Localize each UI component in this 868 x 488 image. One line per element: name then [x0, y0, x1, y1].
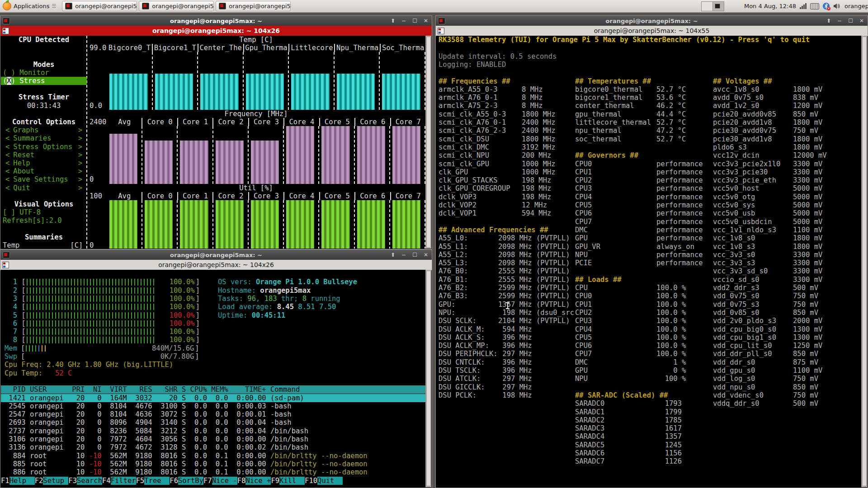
menu-quit[interactable]: <Quit>	[1, 184, 87, 192]
process-table-header[interactable]: PID USER PRI NI VIRT RES SHR S CPU% MEM%…	[1, 385, 425, 394]
telemetry-value: 1300 mV	[793, 333, 822, 342]
process-row[interactable]: 884 root 10 -10 562M 9180 8016 S 0.0 0.1…	[1, 452, 425, 460]
telemetry-titlebar[interactable]: orangepi@orangepi5max: ~ ⬆ − ☐ ✕	[436, 16, 868, 26]
htop-titlebar[interactable]: orangepi@orangepi5max: ~ ⬆ − ☐ ✕	[0, 250, 432, 260]
fn-key-f3[interactable]: F3	[68, 477, 77, 485]
fn-key-f10[interactable]: F10	[305, 477, 317, 485]
telemetry-value: 100.0 %	[656, 309, 686, 317]
maximize-button[interactable]: ☐	[848, 18, 853, 24]
fn-label-f4[interactable]: Filter	[111, 477, 136, 485]
process-row[interactable]: 3106 orangepi 20 0 7972 4604 3056 S 0.0 …	[1, 435, 425, 443]
taskbar-window-button[interactable]: orangepi@orangepi5ma...	[62, 1, 137, 11]
close-button[interactable]: ✕	[424, 18, 428, 24]
telemetry-row: avdd_1v2_s01200 mV	[713, 102, 822, 110]
htop-window-title: orangepi@orangepi5max: ~	[0, 252, 432, 258]
fn-label-f7[interactable]: Nice -	[212, 477, 237, 485]
refresh-setting[interactable]: Refresh[s]:2.0	[1, 216, 89, 225]
fn-label-f6[interactable]: SortBy	[178, 477, 203, 485]
fn-key-f5[interactable]: F5	[136, 477, 145, 485]
telemetry-tabbar[interactable]: orangepi@orangepi5max: ~ 104x55	[436, 26, 868, 36]
telemetry-value: 1785	[656, 416, 682, 424]
fn-key-f7[interactable]: F7	[203, 477, 212, 485]
telemetry-row: scmi_clk_DMC3192 MHz	[439, 143, 556, 151]
telemetry-value: 1200 mV	[793, 102, 822, 110]
menu-graphs[interactable]: <Graphs>	[1, 126, 87, 134]
telemetry-row: GPU_VRalways_on	[575, 243, 694, 251]
minimize-button[interactable]: −	[401, 252, 406, 258]
fn-label-f8[interactable]: Nice +	[245, 477, 271, 485]
minimize-button[interactable]: −	[401, 18, 406, 24]
maximize-button[interactable]: ☐	[412, 252, 417, 258]
fn-key-f8[interactable]: F8	[237, 477, 246, 485]
minimize-button[interactable]: −	[837, 18, 842, 24]
stui-terminal[interactable]: CPU DetectedModes( ) Monitor(X) StressSt…	[1, 36, 431, 249]
workspace-pager[interactable]	[701, 1, 724, 11]
menu-help[interactable]: <Help>	[1, 159, 87, 167]
telemetry-row: CPU4100.0 %	[575, 325, 686, 333]
fn-key-f2[interactable]: F2	[35, 477, 43, 485]
clock[interactable]: Mon 4 Aug, 12:48	[744, 3, 796, 9]
freq-graph-column-label: Core 6	[355, 118, 391, 126]
mode-stress-option[interactable]: (X) Stress	[1, 77, 87, 85]
workspace-2[interactable]	[712, 2, 724, 11]
fn-label-f5[interactable]: Tree	[144, 477, 170, 485]
menu-about[interactable]: <About>	[1, 167, 87, 175]
close-button[interactable]: ✕	[424, 252, 428, 258]
htop-terminal[interactable]: 1 [100.0%]2 [100.0%]3 [100.0%]4 [100.0%]…	[1, 270, 431, 487]
maximize-button[interactable]: ☐	[412, 18, 417, 24]
menu-save-settings[interactable]: <Save Settings>	[1, 175, 87, 183]
taskbar-window-button[interactable]: orangepi@orangepi5ma...	[139, 1, 214, 11]
bluetooth-icon[interactable]: ✕	[823, 3, 830, 9]
network-signal-icon[interactable]	[800, 3, 807, 9]
shade-button[interactable]: ⬆	[826, 18, 831, 24]
section-header: ## SAR-ADC (Scaled) ##	[575, 391, 668, 399]
fn-key-f9[interactable]: F9	[271, 477, 279, 485]
menu-stress-options[interactable]: <Stress Options>	[1, 143, 87, 151]
process-row[interactable]: 886 root 10 -10 562M 9180 8016 S 0.0 0.1…	[1, 468, 425, 476]
fn-key-f4[interactable]: F4	[102, 477, 111, 485]
telemetry-terminal[interactable]: RK3588 Telemetry (TUI) for Orange Pi 5 M…	[436, 36, 867, 487]
htop-scrollbar[interactable]	[425, 270, 431, 487]
telemetry-row: CPU2100.0 %	[575, 309, 686, 317]
shade-button[interactable]: ⬆	[391, 252, 395, 258]
process-row[interactable]: 885 root 10 -10 562M 9180 8016 S 0.0 0.1…	[1, 460, 425, 468]
telemetry-row: NPUperformance	[575, 251, 703, 259]
fn-key-f1[interactable]: F1	[1, 477, 9, 485]
taskbar-window-button[interactable]: orangepi@orangepi5ma...	[216, 1, 291, 11]
close-button[interactable]: ✕	[859, 18, 864, 24]
process-row[interactable]: 2547 orangepi 20 0 8104 4636 3072 S 0.0 …	[1, 410, 425, 418]
volume-icon[interactable]	[833, 3, 841, 9]
process-row[interactable]: 2737 orangepi 20 0 8236 5084 3212 S 0.0 …	[1, 427, 425, 435]
menu-summaries[interactable]: <Summaries>	[1, 134, 87, 142]
keyboard-layout-icon[interactable]	[810, 3, 819, 9]
fn-key-f6[interactable]: F6	[170, 477, 178, 485]
telemetry-label: SARADC7	[575, 457, 656, 465]
telemetry-row: vdd_cpu_big0_s01300 mV	[713, 325, 822, 333]
fn-label-f9[interactable]: Kill	[279, 477, 305, 485]
process-row[interactable]: 3136 orangepi 20 0 7972 4672 3128 S 0.0 …	[1, 443, 425, 451]
fn-label-f2[interactable]: Setup	[43, 477, 68, 485]
telemetry-row: A55_L2:2098 MHz (PVTPLL)	[439, 251, 570, 259]
telemetry-label: CPU5	[575, 333, 656, 342]
workspace-1[interactable]	[702, 2, 712, 11]
stui-tabbar[interactable]: orangepi@orangepi5max: ~ 104x26	[0, 26, 432, 36]
telemetry-scrollbar[interactable]	[861, 36, 867, 487]
fn-label-f3[interactable]: Search	[77, 477, 102, 485]
menu-reset[interactable]: <Reset>	[1, 151, 87, 159]
telemetry-row: scmi_clk_A76_2-32400 MHz	[439, 127, 556, 135]
fn-label-f1[interactable]: Help	[9, 477, 35, 485]
telemetry-label: clk_GPU_STACKS	[439, 176, 522, 184]
stui-scrollbar[interactable]	[425, 36, 431, 249]
arrow-left: <	[5, 175, 9, 183]
shade-button[interactable]: ⬆	[391, 18, 395, 24]
process-row[interactable]: 2693 orangepi 20 0 8096 4904 3140 S 0.0 …	[1, 418, 425, 427]
htop-tabbar[interactable]: orangepi@orangepi5max: ~ 104x26	[0, 260, 432, 270]
mode-monitor-option[interactable]: ( ) Monitor	[1, 69, 89, 77]
stui-titlebar[interactable]: orangepi@orangepi5max: ~ ⬆ − ☐ ✕	[0, 16, 432, 26]
process-row[interactable]: 2545 orangepi 20 0 8104 4676 3100 S 0.0 …	[1, 402, 425, 410]
process-row[interactable]: 1421 orangepi 20 0 164M 3032 20 S 0.0 0.…	[1, 394, 425, 402]
utf8-toggle[interactable]: [ ] UTF-8	[1, 208, 89, 216]
system-tray: Mon 4 Aug, 12:48 ✕ orangepi	[701, 0, 868, 12]
fn-label-f10[interactable]: Quit	[317, 477, 343, 485]
applications-menu[interactable]: Applications ☰	[0, 0, 58, 12]
